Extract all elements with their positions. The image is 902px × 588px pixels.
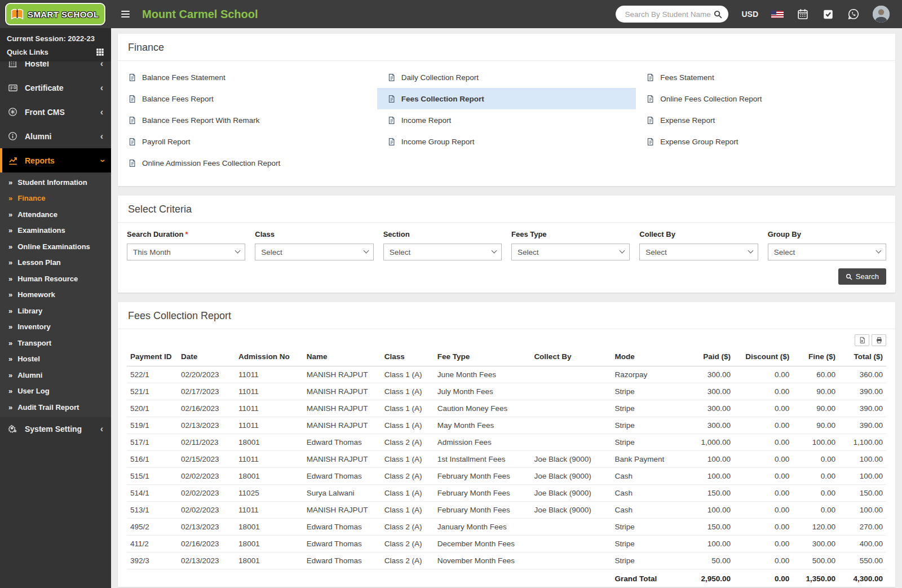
double-arrow-icon: » bbox=[8, 290, 12, 299]
double-arrow-icon: » bbox=[8, 210, 12, 219]
logo-text: SMART SCHOOL bbox=[28, 10, 99, 19]
search-icon[interactable] bbox=[713, 10, 723, 19]
submenu-item-library[interactable]: »Library bbox=[0, 303, 111, 319]
link-fees-collection-report[interactable]: Fees Collection Report bbox=[377, 88, 636, 109]
section-select[interactable]: Select bbox=[383, 244, 502, 260]
cell: 550.00 bbox=[839, 552, 886, 569]
grand-total-cell bbox=[178, 569, 235, 587]
cell: 0.00 bbox=[734, 552, 793, 569]
submenu-item-lesson-plan[interactable]: »Lesson Plan bbox=[0, 255, 111, 271]
grand-total-label: Grand Total bbox=[611, 569, 679, 587]
calendar-icon[interactable] bbox=[797, 8, 809, 20]
link-fees-statement[interactable]: Fees Statement bbox=[636, 67, 895, 88]
sidebar-item-reports[interactable]: Reports‹ bbox=[0, 148, 111, 173]
link-expense-group-report[interactable]: Expense Group Report bbox=[636, 131, 895, 152]
link-balance-fees-statement[interactable]: Balance Fees Statement bbox=[118, 67, 377, 88]
class-select[interactable]: Select bbox=[255, 244, 373, 260]
cell: 90.00 bbox=[793, 383, 839, 400]
cell: 02/17/2023 bbox=[178, 383, 235, 400]
sidebar-item-label: Reports bbox=[25, 156, 55, 165]
criteria-card-title: Select Criteria bbox=[118, 196, 895, 222]
submenu-item-human-resource[interactable]: »Human Resource bbox=[0, 271, 111, 287]
collect-by-select[interactable]: Select bbox=[639, 244, 758, 260]
submenu-item-label: Homework bbox=[17, 290, 55, 299]
search-icon bbox=[846, 273, 852, 280]
submenu-item-examinations[interactable]: »Examinations bbox=[0, 223, 111, 239]
submenu-item-label: Lesson Plan bbox=[17, 258, 61, 267]
quick-links[interactable]: Quick Links bbox=[0, 45, 111, 61]
search-input[interactable] bbox=[624, 10, 713, 19]
field-label: Collect By bbox=[639, 230, 758, 238]
cell: 0.00 bbox=[734, 502, 793, 519]
cell: 392/3 bbox=[127, 552, 178, 569]
submenu-item-homework[interactable]: »Homework bbox=[0, 287, 111, 303]
cell: Cash bbox=[611, 468, 679, 485]
submenu-item-hostel[interactable]: »Hostel bbox=[0, 351, 111, 368]
whatsapp-icon[interactable] bbox=[847, 8, 860, 20]
cell: Admission Fees bbox=[434, 434, 531, 451]
print-icon[interactable] bbox=[872, 334, 886, 346]
fees-collection-table: Payment IDDateAdmission NoNameClassFee T… bbox=[127, 347, 886, 587]
sidebar-item-alumni[interactable]: Alumni‹ bbox=[0, 124, 111, 148]
link-income-group-report[interactable]: Income Group Report bbox=[377, 131, 636, 152]
link-label: Fees Statement bbox=[660, 73, 714, 82]
student-search bbox=[616, 6, 728, 23]
submenu-item-inventory[interactable]: »Inventory bbox=[0, 319, 111, 335]
cell: 300.00 bbox=[793, 536, 839, 552]
cell: Bank Payment bbox=[611, 451, 679, 468]
cell: 520/1 bbox=[127, 400, 178, 417]
cell: 150.00 bbox=[839, 485, 886, 502]
sidebar-item-system-setting[interactable]: System Setting‹ bbox=[0, 417, 111, 441]
submenu-item-user-log[interactable]: »User Log bbox=[0, 383, 111, 400]
link-label: Payroll Report bbox=[142, 138, 191, 146]
currency-selector[interactable]: USD bbox=[741, 10, 758, 19]
column-header-paid: Paid ($) bbox=[679, 347, 734, 366]
link-balance-fees-report-with-remark[interactable]: Balance Fees Report With Remark bbox=[118, 109, 377, 131]
double-arrow-icon: » bbox=[8, 371, 12, 379]
link-online-fees-collection-report[interactable]: Online Fees Collection Report bbox=[636, 88, 895, 109]
cell: 90.00 bbox=[793, 400, 839, 417]
cell: Joe Black (9000) bbox=[530, 451, 611, 468]
link-online-admission-fees-collection-report[interactable]: Online Admission Fees Collection Report bbox=[118, 152, 377, 174]
submenu-item-transport[interactable]: »Transport bbox=[0, 335, 111, 351]
search-duration-select[interactable]: This Month bbox=[127, 244, 245, 260]
cell: Edward Thomas bbox=[303, 536, 381, 552]
chevron-left-icon: ‹ bbox=[100, 132, 103, 141]
cell bbox=[530, 434, 611, 451]
sidebar-item-front-cms[interactable]: Front CMS‹ bbox=[0, 100, 111, 124]
cell: Stripe bbox=[611, 536, 679, 552]
submenu-item-alumni[interactable]: »Alumni bbox=[0, 367, 111, 383]
group-by-select[interactable]: Select bbox=[768, 244, 886, 260]
fees-report-card: Fees Collection Report bbox=[118, 302, 895, 587]
submenu-item-label: Finance bbox=[17, 194, 45, 202]
column-header-collect-by: Collect By bbox=[530, 347, 611, 366]
column-header-admission-no: Admission No bbox=[235, 347, 303, 366]
link-income-report[interactable]: Income Report bbox=[377, 109, 636, 131]
link-payroll-report[interactable]: Payroll Report bbox=[118, 131, 377, 152]
submenu-item-label: Human Resource bbox=[17, 275, 78, 283]
user-avatar[interactable] bbox=[873, 6, 890, 23]
submenu-item-online-examinations[interactable]: »Online Examinations bbox=[0, 238, 111, 255]
us-flag-icon[interactable] bbox=[771, 11, 784, 18]
link-expense-report[interactable]: Expense Report bbox=[636, 109, 895, 131]
submenu-item-student-information[interactable]: »Student Information bbox=[0, 174, 111, 191]
submenu-item-attendance[interactable]: »Attendance bbox=[0, 206, 111, 223]
cell: 11025 bbox=[235, 485, 303, 502]
link-balance-fees-report[interactable]: Balance Fees Report bbox=[118, 88, 377, 109]
submenu-item-audit-trail-report[interactable]: »Audit Trail Report bbox=[0, 399, 111, 415]
link-daily-collection-report[interactable]: Daily Collection Report bbox=[377, 67, 636, 88]
gears-icon bbox=[8, 424, 18, 434]
task-check-icon[interactable] bbox=[822, 8, 834, 20]
cell: 0.00 bbox=[734, 536, 793, 552]
sidebar-item-certificate[interactable]: Certificate‹ bbox=[0, 76, 111, 100]
hamburger-menu-icon[interactable] bbox=[119, 8, 132, 20]
cell: Stripe bbox=[611, 383, 679, 400]
excel-export-icon[interactable] bbox=[855, 334, 869, 346]
fees-type-select[interactable]: Select bbox=[511, 244, 630, 260]
smart-school-logo[interactable]: SMART SCHOOL bbox=[5, 3, 105, 25]
column-header-class: Class bbox=[381, 347, 434, 366]
submenu-item-label: Attendance bbox=[17, 210, 58, 219]
submenu-item-finance[interactable]: »Finance bbox=[0, 191, 111, 207]
search-button[interactable]: Search bbox=[838, 268, 886, 285]
cell: 18001 bbox=[235, 468, 303, 485]
